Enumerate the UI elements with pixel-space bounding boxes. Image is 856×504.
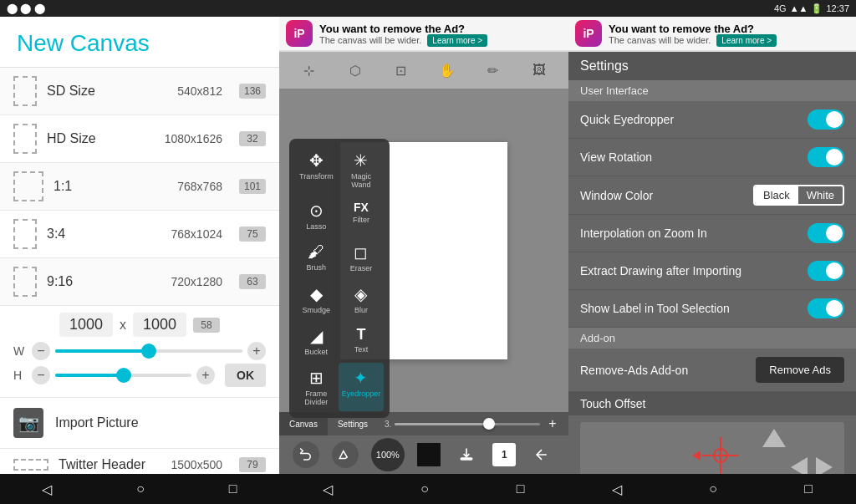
- ok-button[interactable]: OK: [225, 364, 266, 387]
- extract-drawing-toggle[interactable]: [808, 261, 844, 281]
- back-button-p2[interactable]: ◁: [309, 478, 346, 501]
- recent-button-p3[interactable]: □: [791, 478, 826, 500]
- pen-tool-button[interactable]: ✏: [480, 57, 507, 84]
- tool-smudge[interactable]: ◆ Smudge: [296, 279, 337, 319]
- width-increase-button[interactable]: +: [247, 342, 266, 360]
- back-button-p3[interactable]: ◁: [599, 478, 635, 501]
- tool-magic-wand[interactable]: ✳ Magic Wand: [339, 145, 385, 194]
- list-item[interactable]: 3:4 768x1024 75: [0, 211, 279, 258]
- quick-eyedropper-toggle[interactable]: [808, 109, 844, 130]
- lasso-tool-button[interactable]: ⬡: [342, 57, 369, 84]
- time-display: 12:37: [826, 3, 849, 13]
- home-button[interactable]: ○: [123, 478, 158, 500]
- select-tool-button[interactable]: ⊹: [296, 57, 323, 84]
- height-increase-button[interactable]: +: [196, 366, 215, 384]
- show-label-toggle[interactable]: [808, 298, 844, 318]
- back-arrow-button[interactable]: [528, 441, 555, 468]
- text-icon: T: [356, 326, 365, 344]
- tool-eraser[interactable]: ◻ Eraser: [339, 237, 385, 277]
- home-button-p2[interactable]: ○: [407, 478, 442, 500]
- interpolation-toggle[interactable]: [808, 223, 844, 243]
- arrow-left-triangle[interactable]: [791, 457, 808, 474]
- list-item[interactable]: SD Size 540x812 136: [0, 68, 279, 115]
- black-color-button[interactable]: Black: [755, 186, 798, 204]
- arrow-up-triangle[interactable]: [762, 429, 786, 447]
- tool-text[interactable]: T Text: [339, 321, 385, 361]
- canvas-toolbar: ⊹ ⬡ ⊡ ✋ ✏ 🖼: [279, 52, 568, 89]
- tool-brush[interactable]: 🖌 Brush: [296, 237, 337, 277]
- tool-frame-divider[interactable]: ⊞ Frame Divider: [296, 363, 337, 411]
- interpolation-label: Interpolation on Zoom In: [580, 227, 808, 240]
- badge-34: 75: [239, 227, 266, 242]
- move-tool-button[interactable]: ✋: [434, 57, 461, 84]
- tool-blur[interactable]: ◈ Blur: [339, 279, 385, 319]
- thumb-sd: [13, 76, 37, 106]
- layer-badge[interactable]: 1: [492, 443, 516, 466]
- twitter-label: Twitter Header: [59, 457, 160, 472]
- ad-learn-more-2[interactable]: Learn more >: [427, 34, 487, 47]
- view-rotation-toggle[interactable]: [808, 147, 844, 167]
- tool-transform[interactable]: ✥ Transform: [296, 145, 337, 194]
- panel2-bottom-bar: 100% 1: [279, 435, 568, 474]
- remove-ads-button[interactable]: Remove Ads: [756, 357, 844, 383]
- list-item[interactable]: 9:16 720x1280 63: [0, 258, 279, 306]
- blur-label: Blur: [354, 306, 368, 314]
- tool-filter[interactable]: FX Filter: [339, 196, 385, 236]
- brush-icon: 🖌: [308, 242, 324, 262]
- import-picture-row[interactable]: 📷 Import Picture: [0, 398, 279, 449]
- home-button-p3[interactable]: ○: [696, 478, 731, 500]
- recent-button[interactable]: □: [216, 478, 251, 500]
- touch-offset-diagram[interactable]: [580, 422, 844, 474]
- white-color-button[interactable]: White: [798, 186, 843, 204]
- canvas-area[interactable]: ✥ Transform ✳ Magic Wand ⊙ Lasso FX Filt…: [279, 89, 568, 412]
- twitter-badge: 79: [239, 457, 266, 472]
- ad-learn-more-3[interactable]: Learn more >: [716, 34, 777, 47]
- thumb-11: [13, 171, 43, 201]
- custom-width-value[interactable]: 1000: [59, 313, 113, 337]
- undo-button[interactable]: [293, 441, 319, 468]
- color-swatch[interactable]: [417, 443, 441, 466]
- size-value-11: 768x768: [177, 180, 222, 193]
- size-label-hd: HD Size: [47, 131, 155, 146]
- interpolation-row: Interpolation on Zoom In: [568, 215, 856, 252]
- transform-icon: ✥: [309, 150, 324, 171]
- height-slider-track[interactable]: [55, 374, 191, 377]
- show-label-row: Show Label in Tool Selection: [568, 290, 856, 328]
- download-button[interactable]: [453, 441, 480, 468]
- width-slider-track[interactable]: [55, 349, 242, 353]
- tool-eyedropper[interactable]: ✦ Eyedropper: [339, 363, 385, 411]
- arrow-right-triangle[interactable]: [816, 457, 833, 474]
- size-value-34: 768x1024: [171, 227, 222, 241]
- lasso-icon: ⊙: [309, 201, 324, 221]
- list-item[interactable]: HD Size 1080x1626 32: [0, 115, 279, 163]
- list-item[interactable]: Twitter Header 1500x500 79: [0, 449, 279, 474]
- size-value-hd: 1080x1626: [165, 132, 222, 145]
- signal-icon: ▲▲: [790, 3, 808, 13]
- badge-sd: 136: [239, 84, 266, 99]
- settings-title: Settings: [568, 52, 856, 80]
- quick-eyedropper-label: Quick Eyedropper: [580, 113, 808, 126]
- transform-tool-button[interactable]: ⊡: [388, 57, 415, 84]
- brush-bottom-button[interactable]: [332, 441, 359, 468]
- image-tool-button[interactable]: 🖼: [526, 57, 553, 84]
- width-decrease-button[interactable]: −: [32, 342, 50, 360]
- zoom-slider-thumb[interactable]: [483, 418, 495, 430]
- ui-section-header: User Interface: [568, 80, 856, 101]
- brush-size-button[interactable]: 100%: [371, 438, 405, 471]
- show-label-label: Show Label in Tool Selection: [580, 302, 808, 315]
- remove-ads-row: Remove-Ads Add-on Remove Ads: [568, 349, 856, 392]
- ad-banner-3[interactable]: iP You want to remove the Ad? The canvas…: [568, 17, 856, 52]
- crosshair: [702, 437, 739, 474]
- height-slider-row: H − + OK: [13, 364, 266, 387]
- ad-banner-2[interactable]: iP You want to remove the Ad? The canvas…: [279, 17, 568, 52]
- zoom-plus-button[interactable]: +: [543, 415, 562, 433]
- size-value-916: 720x1280: [171, 275, 222, 288]
- tool-bucket[interactable]: ◢ Bucket: [296, 321, 337, 361]
- back-button[interactable]: ◁: [28, 478, 65, 501]
- size-value-sd: 540x812: [177, 84, 222, 98]
- tool-lasso[interactable]: ⊙ Lasso: [296, 196, 337, 236]
- list-item[interactable]: 1:1 768x768 101: [0, 163, 279, 211]
- recent-button-p2[interactable]: □: [503, 478, 538, 500]
- height-decrease-button[interactable]: −: [32, 366, 50, 384]
- custom-height-value[interactable]: 1000: [133, 313, 186, 337]
